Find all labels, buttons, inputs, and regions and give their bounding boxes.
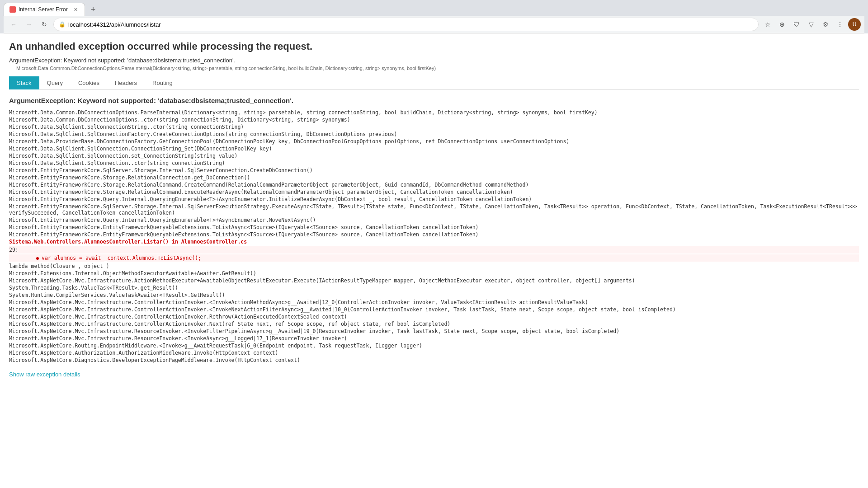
toolbar-icons: ☆ ⊕ 🛡 ▽ ⚙ ⋮ U xyxy=(761,18,861,31)
stack-line: Microsoft.AspNetCore.Diagnostics.Develop… xyxy=(9,357,859,364)
stack-line: Microsoft.AspNetCore.Routing.EndpointMid… xyxy=(9,342,859,349)
stack-line: Microsoft.Data.Common.DbConnectionOption… xyxy=(9,116,859,123)
stack-line: Microsoft.AspNetCore.Mvc.Infrastructure.… xyxy=(9,306,859,313)
stack-line: Microsoft.EntityFrameworkCore.Storage.Re… xyxy=(9,181,859,188)
stack-line: Microsoft.AspNetCore.Mvc.Infrastructure.… xyxy=(9,313,859,320)
forward-button[interactable]: → xyxy=(23,18,35,31)
tab-bar: Internal Server Error ✕ + xyxy=(4,3,864,16)
chrome-icon[interactable]: ⊕ xyxy=(776,18,788,31)
stack-line: System.Threading.Tasks.ValueTask<TResult… xyxy=(9,284,859,291)
address-bar-row: ← → ↻ 🔒 ☆ ⊕ 🛡 ▽ ⚙ ⋮ U xyxy=(4,16,864,33)
stack-line: Microsoft.Data.Common.DbConnectionOption… xyxy=(9,109,859,116)
tab-nav-cookies[interactable]: Cookies xyxy=(71,76,107,89)
avatar[interactable]: U xyxy=(848,18,861,31)
stack-list: Microsoft.Data.Common.DbConnectionOption… xyxy=(9,109,859,364)
stack-line: Microsoft.EntityFrameworkCore.EntityFram… xyxy=(9,224,859,231)
tab-close-button[interactable]: ✕ xyxy=(72,6,79,13)
stack-line: Microsoft.AspNetCore.Mvc.Infrastructure.… xyxy=(9,277,859,284)
back-button[interactable]: ← xyxy=(7,18,20,31)
stack-line: Microsoft.AspNetCore.Mvc.Infrastructure.… xyxy=(9,299,859,306)
reload-button[interactable]: ↻ xyxy=(38,18,51,31)
stack-line: Microsoft.EntityFrameworkCore.Storage.Re… xyxy=(9,174,859,181)
stack-line: Microsoft.Data.SqlClient.SqlConnection.s… xyxy=(9,152,859,160)
stack-line: Microsoft.EntityFrameworkCore.Query.Inte… xyxy=(9,216,859,224)
active-tab[interactable]: Internal Server Error ✕ xyxy=(4,3,85,16)
stack-line: Microsoft.Data.SqlClient.SqlConnectionFa… xyxy=(9,131,859,138)
stack-line: Microsoft.Data.SqlClient.SqlConnection..… xyxy=(9,160,859,167)
stack-line: Sistema.Web.Controllers.AlumnoesControll… xyxy=(9,238,859,245)
tab-nav-routing[interactable]: Routing xyxy=(145,76,180,89)
stack-line: Microsoft.AspNetCore.Mvc.Infrastructure.… xyxy=(9,335,859,342)
stack-line: Microsoft.EntityFrameworkCore.Query.Inte… xyxy=(9,196,859,203)
tab-title: Internal Server Error xyxy=(19,6,69,13)
stack-line: var alumnos = await _context.Alumnos.ToL… xyxy=(9,254,859,262)
tab-nav-stack[interactable]: Stack xyxy=(9,76,39,89)
stack-line: Microsoft.Data.SqlClient.SqlConnectionSt… xyxy=(9,123,859,131)
stack-line: Microsoft.AspNetCore.Authorization.Autho… xyxy=(9,349,859,357)
vpn-icon[interactable]: ▽ xyxy=(805,18,817,31)
page-content: An unhandled exception occurred while pr… xyxy=(0,33,868,385)
new-tab-button[interactable]: + xyxy=(87,3,99,16)
stack-line: Microsoft.EntityFrameworkCore.SqlServer.… xyxy=(9,203,859,216)
menu-icon[interactable]: ⋮ xyxy=(834,18,846,31)
address-input[interactable] xyxy=(53,18,759,31)
show-raw-exception-link[interactable]: Show raw exception details xyxy=(9,371,80,378)
stack-line: Microsoft.EntityFrameworkCore.SqlServer.… xyxy=(9,167,859,174)
tab-nav-headers[interactable]: Headers xyxy=(107,76,145,89)
exception-type: ArgumentException: Keyword not supported… xyxy=(9,57,859,64)
address-bar-container: 🔒 xyxy=(53,18,759,31)
browser-chrome: Internal Server Error ✕ + ← → ↻ 🔒 ☆ ⊕ 🛡 … xyxy=(0,0,868,33)
stack-line: Microsoft.Data.ProviderBase.DbConnection… xyxy=(9,138,859,145)
stack-line: Microsoft.EntityFrameworkCore.Storage.Re… xyxy=(9,188,859,196)
lock-icon: 🔒 xyxy=(59,21,66,28)
stack-line: System.Runtime.CompilerServices.ValueTas… xyxy=(9,291,859,299)
tab-favicon xyxy=(9,6,16,13)
bookmark-star-icon[interactable]: ☆ xyxy=(761,18,774,31)
shield-icon[interactable]: 🛡 xyxy=(790,18,803,31)
stack-line: Microsoft.AspNetCore.Mvc.Infrastructure.… xyxy=(9,328,859,335)
stack-line: lambda_method(Closure , object ) xyxy=(9,263,859,270)
stack-line: Microsoft.AspNetCore.Mvc.Infrastructure.… xyxy=(9,320,859,328)
stack-line: Microsoft.EntityFrameworkCore.EntityFram… xyxy=(9,231,859,238)
stack-line: Microsoft.Data.SqlClient.SqlConnection.C… xyxy=(9,145,859,152)
tab-navigation: StackQueryCookiesHeadersRouting xyxy=(9,76,859,89)
main-error-title: An unhandled exception occurred while pr… xyxy=(9,41,859,52)
stack-line: 29: xyxy=(9,246,859,253)
stack-trace-mini: Microsoft.Data.Common.DbConnectionOption… xyxy=(9,66,859,71)
tab-nav-query[interactable]: Query xyxy=(39,76,71,89)
extension-icon[interactable]: ⚙ xyxy=(819,18,832,31)
section-error-title: ArgumentException: Keyword not supported… xyxy=(9,97,859,104)
stack-line: Microsoft.Extensions.Internal.ObjectMeth… xyxy=(9,270,859,277)
